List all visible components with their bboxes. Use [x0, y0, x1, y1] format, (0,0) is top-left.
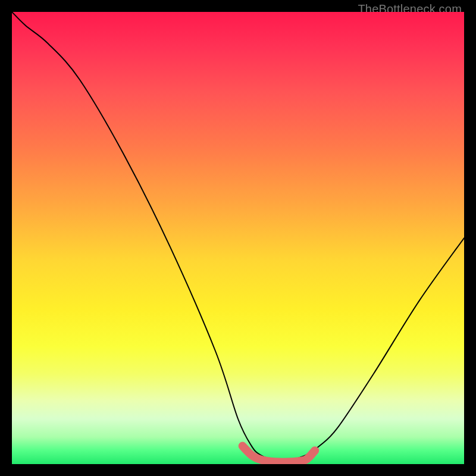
chart-svg [12, 12, 464, 464]
bottleneck-curve-line [12, 12, 464, 460]
plot-area [12, 12, 464, 464]
chart-container: TheBottleneck.com [0, 0, 476, 476]
